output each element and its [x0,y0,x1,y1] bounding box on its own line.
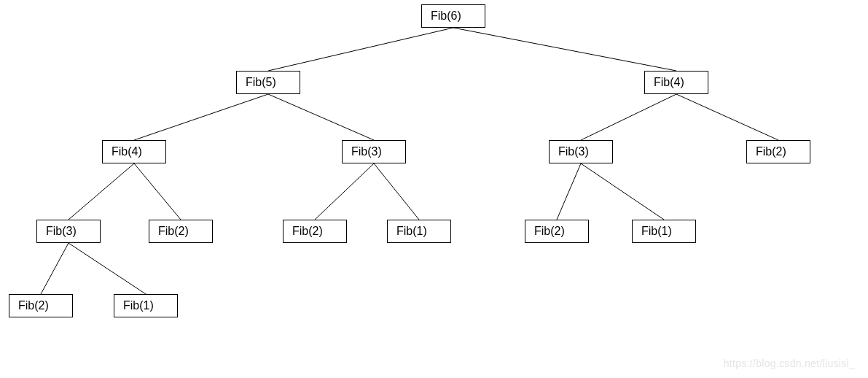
tree-node-lllr: Fib(1) [114,294,178,317]
svg-line-3 [268,94,374,140]
svg-line-6 [69,163,134,220]
svg-line-10 [557,163,581,220]
svg-line-8 [315,163,374,220]
tree-node-r: Fib(4) [644,71,708,94]
watermark-text: https://blog.csdn.net/liusisi_ [724,358,855,369]
svg-line-7 [134,163,181,220]
svg-line-11 [581,163,664,220]
tree-node-rl: Fib(3) [549,140,613,163]
svg-line-2 [134,94,268,140]
tree-node-l: Fib(5) [236,71,300,94]
svg-line-13 [69,243,146,294]
svg-line-4 [581,94,676,140]
tree-node-lrl: Fib(2) [283,220,347,243]
svg-line-5 [676,94,778,140]
tree-node-root: Fib(6) [421,4,485,28]
tree-node-rr: Fib(2) [746,140,810,163]
svg-line-0 [268,28,453,71]
tree-node-rlr: Fib(1) [632,220,696,243]
tree-node-ll: Fib(4) [102,140,166,163]
tree-node-rll: Fib(2) [525,220,589,243]
tree-edges [0,0,868,378]
tree-node-llll: Fib(2) [9,294,73,317]
tree-node-lr: Fib(3) [342,140,406,163]
tree-node-lrr: Fib(1) [387,220,451,243]
tree-node-llr: Fib(2) [149,220,213,243]
svg-line-9 [374,163,419,220]
svg-line-1 [453,28,676,71]
tree-node-lll: Fib(3) [36,220,101,243]
svg-line-12 [41,243,69,294]
